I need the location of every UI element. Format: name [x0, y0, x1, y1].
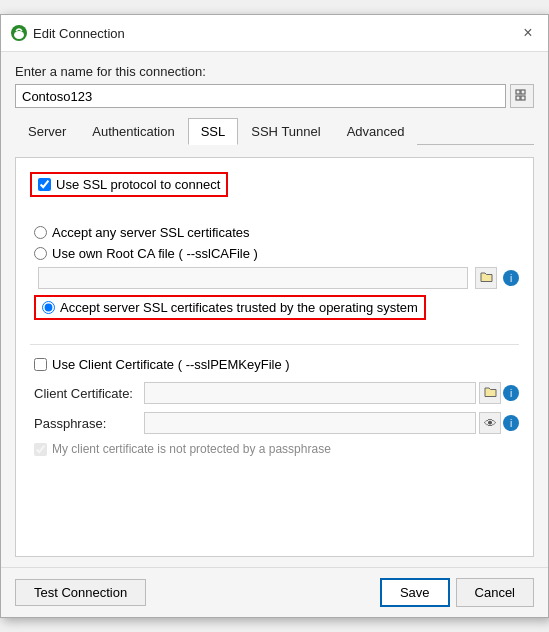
use-client-cert-option: Use Client Certificate ( --sslPEMKeyFile… — [30, 357, 519, 372]
tabs: Server Authentication SSL SSH Tunnel Adv… — [15, 118, 534, 145]
tab-sshtunnel[interactable]: SSH Tunnel — [238, 118, 333, 145]
svg-rect-2 — [521, 90, 525, 94]
accept-server-highlighted-box: Accept server SSL certificates trusted b… — [34, 295, 426, 320]
app-icon — [11, 25, 27, 41]
connection-name-row — [15, 84, 534, 108]
tab-ssl[interactable]: SSL — [188, 118, 239, 145]
client-cert-input[interactable] — [144, 382, 476, 404]
use-own-ca-label[interactable]: Use own Root CA file ( --sslCAFile ) — [52, 246, 258, 261]
use-ssl-checkbox[interactable] — [38, 178, 51, 191]
svg-rect-3 — [516, 96, 520, 100]
svg-rect-1 — [516, 90, 520, 94]
grid-icon — [515, 89, 529, 103]
client-cert-label: Client Certificate: — [34, 386, 144, 401]
eye-icon: 👁 — [484, 416, 497, 431]
title-bar: Edit Connection × — [1, 15, 548, 52]
use-ssl-label[interactable]: Use SSL protocol to connect — [38, 177, 220, 192]
connection-name-icon-button[interactable] — [510, 84, 534, 108]
cancel-button[interactable]: Cancel — [456, 578, 534, 607]
passphrase-label: Passphrase: — [34, 416, 144, 431]
tab-server[interactable]: Server — [15, 118, 79, 145]
dialog-title: Edit Connection — [33, 26, 125, 41]
passphrase-eye-button[interactable]: 👁 — [479, 412, 501, 434]
svg-rect-4 — [521, 96, 525, 100]
client-cert-info-icon[interactable]: i — [503, 385, 519, 401]
use-own-ca-radio[interactable] — [34, 247, 47, 260]
ca-file-info-icon[interactable]: i — [503, 270, 519, 286]
accept-server-radio[interactable] — [42, 301, 55, 314]
client-cert-row: Client Certificate: i — [30, 382, 519, 404]
client-cert-folder-button[interactable] — [479, 382, 501, 404]
folder-icon — [480, 271, 493, 285]
tab-advanced[interactable]: Advanced — [334, 118, 418, 145]
use-client-cert-label[interactable]: Use Client Certificate ( --sslPEMKeyFile… — [52, 357, 290, 372]
accept-any-option: Accept any server SSL certificates — [34, 225, 519, 240]
passphrase-row: Passphrase: 👁 i — [30, 412, 519, 434]
ca-file-row: i — [34, 267, 519, 289]
footer-btn-group: Save Cancel — [380, 578, 534, 607]
accept-server-label[interactable]: Accept server SSL certificates trusted b… — [42, 300, 418, 315]
connection-name-input[interactable] — [15, 84, 506, 108]
passphrase-input[interactable] — [144, 412, 476, 434]
accept-any-radio[interactable] — [34, 226, 47, 239]
close-button[interactable]: × — [518, 23, 538, 43]
ssl-content-area: Use SSL protocol to connect Accept any s… — [15, 157, 534, 557]
use-ssl-highlighted-box: Use SSL protocol to connect — [30, 172, 228, 197]
edit-connection-dialog: Edit Connection × Enter a name for this … — [0, 14, 549, 618]
accept-any-label[interactable]: Accept any server SSL certificates — [52, 225, 250, 240]
use-client-cert-checkbox[interactable] — [34, 358, 47, 371]
passphrase-info-icon[interactable]: i — [503, 415, 519, 431]
ca-file-input[interactable] — [38, 267, 468, 289]
dialog-body: Enter a name for this connection: Server… — [1, 52, 548, 567]
connection-name-label: Enter a name for this connection: — [15, 64, 534, 79]
tab-authentication[interactable]: Authentication — [79, 118, 187, 145]
not-protected-label: My client certificate is not protected b… — [52, 442, 331, 456]
not-protected-row: My client certificate is not protected b… — [30, 442, 519, 456]
use-own-ca-option: Use own Root CA file ( --sslCAFile ) — [34, 246, 519, 261]
test-connection-button[interactable]: Test Connection — [15, 579, 146, 606]
save-button[interactable]: Save — [380, 578, 450, 607]
dialog-footer: Test Connection Save Cancel — [1, 567, 548, 617]
client-cert-folder-icon — [484, 386, 497, 400]
not-protected-checkbox — [34, 443, 47, 456]
svg-point-0 — [14, 31, 24, 39]
ca-file-folder-button[interactable] — [475, 267, 497, 289]
ssl-radio-group: Accept any server SSL certificates Use o… — [30, 225, 519, 332]
title-bar-left: Edit Connection — [11, 25, 125, 41]
divider — [30, 344, 519, 345]
